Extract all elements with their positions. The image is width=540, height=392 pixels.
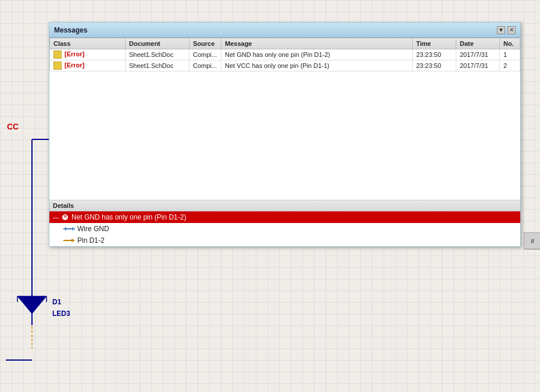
error-label: [Error] bbox=[65, 51, 84, 57]
cell-date: 2017/7/31 bbox=[456, 60, 500, 71]
error-icon-cell bbox=[53, 51, 62, 59]
close-button[interactable]: ✕ bbox=[507, 26, 516, 34]
panel-controls: ▼ ✕ bbox=[497, 26, 516, 34]
table-body: [Error] Sheet1.SchDoc Compi... Net GND h… bbox=[50, 49, 520, 71]
component-type: LED3 bbox=[52, 310, 70, 318]
detail-error-message: Net GND has only one pin (Pin D1-2) bbox=[71, 213, 186, 221]
pin-d1-2-label: Pin D1-2 bbox=[77, 236, 105, 244]
hash-btn[interactable]: # bbox=[524, 233, 540, 249]
cell-source: Compi... bbox=[189, 49, 221, 60]
component-label: D1 bbox=[52, 298, 61, 306]
cell-document: Sheet1.SchDoc bbox=[126, 49, 189, 60]
col-header-no: No. bbox=[500, 38, 520, 49]
vcc-label: CC bbox=[7, 122, 19, 131]
error-icon-cell bbox=[53, 62, 62, 70]
col-header-class: Class bbox=[50, 38, 126, 49]
detail-pin-row[interactable]: Pin D1-2 bbox=[49, 235, 520, 246]
details-content: — Net GND has only one pin (Pin D1-2) Wi… bbox=[49, 211, 520, 246]
col-header-document: Document bbox=[126, 38, 189, 49]
table-row[interactable]: [Error] Sheet1.SchDoc Compi... Net VCC h… bbox=[50, 60, 520, 71]
detail-error-row[interactable]: — Net GND has only one pin (Pin D1-2) bbox=[49, 211, 520, 223]
error-icon bbox=[61, 213, 69, 221]
messages-table: Class Document Source Message Time Date … bbox=[49, 38, 520, 71]
messages-table-area: Class Document Source Message Time Date … bbox=[49, 38, 520, 200]
wire-icon bbox=[63, 225, 75, 232]
side-panel: # bbox=[524, 232, 540, 250]
cell-document: Sheet1.SchDoc bbox=[126, 60, 189, 71]
cell-message: Net VCC has only one pin (Pin D1-1) bbox=[221, 60, 413, 71]
table-header-row: Class Document Source Message Time Date … bbox=[50, 38, 520, 49]
wire-gnd-label: Wire GND bbox=[77, 225, 109, 233]
col-header-source: Source bbox=[189, 38, 221, 49]
cell-no: 1 bbox=[500, 49, 520, 60]
cell-no: 2 bbox=[500, 60, 520, 71]
hash-icon: # bbox=[531, 238, 534, 244]
detail-wire-row[interactable]: Wire GND bbox=[49, 223, 520, 235]
cell-source: Compi... bbox=[189, 60, 221, 71]
cell-message: Net GND has only one pin (Pin D1-2) bbox=[221, 49, 413, 60]
minimize-button[interactable]: ▼ bbox=[497, 26, 505, 34]
panel-title: Messages bbox=[54, 26, 87, 34]
pin-icon bbox=[63, 237, 75, 244]
details-header: Details bbox=[49, 200, 520, 211]
svg-marker-4 bbox=[17, 296, 47, 314]
error-label: [Error] bbox=[65, 62, 84, 69]
messages-panel: Messages ▼ ✕ Class Document Source Messa… bbox=[49, 22, 521, 247]
cell-class: [Error] bbox=[50, 49, 126, 60]
svg-marker-12 bbox=[71, 239, 75, 242]
col-header-message: Message bbox=[221, 38, 413, 49]
cell-class: [Error] bbox=[50, 60, 126, 71]
col-header-time: Time bbox=[413, 38, 456, 49]
col-header-date: Date bbox=[456, 38, 500, 49]
expand-icon: — bbox=[53, 214, 59, 221]
table-row[interactable]: [Error] Sheet1.SchDoc Compi... Net GND h… bbox=[50, 49, 520, 60]
cell-time: 23:23:50 bbox=[413, 60, 456, 71]
cell-time: 23:23:50 bbox=[413, 49, 456, 60]
panel-titlebar: Messages ▼ ✕ bbox=[49, 23, 520, 38]
cell-date: 2017/7/31 bbox=[456, 49, 500, 60]
details-area: Details — Net GND has only one pin (Pin … bbox=[49, 200, 520, 246]
